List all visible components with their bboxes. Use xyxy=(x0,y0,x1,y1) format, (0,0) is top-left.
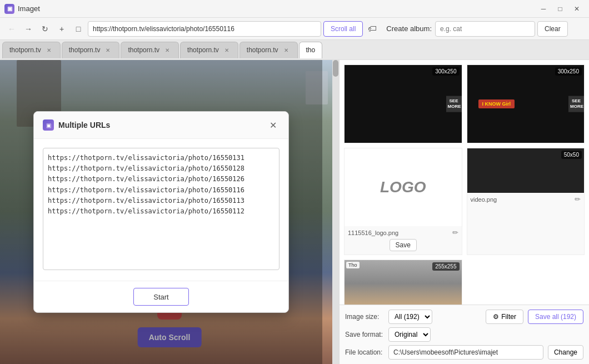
urls-textarea[interactable]: https://thotporn.tv/elissavictoria/photo… xyxy=(43,148,279,270)
image-thumb-2: 300x250 I KNOW Girl SEE MORE xyxy=(467,65,585,143)
tab-4-label: thotporn.tv xyxy=(187,46,219,54)
video-filename: video.png xyxy=(471,196,497,203)
logo-edit-icon[interactable]: ✏ xyxy=(452,228,458,237)
filter-icon: ⚙ xyxy=(493,313,499,321)
tab-5-label: thotporn.tv xyxy=(247,46,278,54)
modal-close-button[interactable]: ✕ xyxy=(266,118,279,132)
image-size-badge-100d: 255x255 xyxy=(432,262,459,271)
image-cell-logo: LOGO 1115516_logo.png ✏ Save xyxy=(344,148,462,255)
save-format-label: Save format: xyxy=(345,331,384,338)
format-select[interactable]: Original JPEG PNG WebP xyxy=(388,327,431,342)
app-title: Imaget xyxy=(18,4,40,13)
new-tab-button[interactable]: + xyxy=(54,22,69,36)
image-size-badge-1: 300x250 xyxy=(432,67,459,76)
file-location-label: File location: xyxy=(345,348,384,356)
tab-6-label: tho xyxy=(306,46,316,54)
modal-title: Multiple URLs xyxy=(58,121,110,129)
scroll-indicator xyxy=(332,60,339,364)
image-size-row: Image size: All (192) Large Medium Small… xyxy=(345,310,583,324)
minimize-button[interactable]: ─ xyxy=(536,3,551,15)
video-edit-icon[interactable]: ✏ xyxy=(575,195,581,203)
tab-3[interactable]: thotporn.tv ✕ xyxy=(121,42,179,58)
clear-button[interactable]: Clear xyxy=(537,21,568,37)
back-button[interactable]: ← xyxy=(4,22,19,36)
tho-label: Tho xyxy=(346,262,360,268)
change-button[interactable]: Change xyxy=(548,345,583,360)
save-all-button[interactable]: Save all (192) xyxy=(528,310,583,324)
image-cell-video: 50x50 video.png ✏ xyxy=(467,148,585,255)
image-size-badge-video: 50x50 xyxy=(561,151,582,159)
logo-save-button[interactable]: Save xyxy=(390,239,417,251)
image-footer-logo: 1115516_logo.png ✏ xyxy=(345,226,462,239)
tab-2-close[interactable]: ✕ xyxy=(103,46,112,54)
image-cell-2: 300x250 I KNOW Girl SEE MORE xyxy=(467,64,585,143)
maximize-button[interactable]: □ xyxy=(552,3,568,15)
browser-content: ⇧ Auto Scroll ▣ Multiple URLs ✕ https://… xyxy=(0,60,339,364)
image-size-select[interactable]: All (192) Large Medium Small xyxy=(388,310,432,324)
image-size-label: Image size: xyxy=(345,313,384,321)
tabs-bar: thotporn.tv ✕ thotporn.tv ✕ thotporn.tv … xyxy=(0,40,589,60)
file-location-input[interactable] xyxy=(388,345,543,360)
image-thumb-video: 50x50 xyxy=(467,148,585,193)
see-more-badge-2: SEE MORE xyxy=(568,96,584,112)
close-button[interactable]: ✕ xyxy=(569,3,585,15)
scroll-all-button[interactable]: Scroll all xyxy=(323,21,363,37)
modal-app-icon: ▣ xyxy=(43,119,54,131)
main-content: ⇧ Auto Scroll ▣ Multiple URLs ✕ https://… xyxy=(0,60,589,364)
title-bar-controls: ─ □ ✕ xyxy=(536,3,585,15)
start-button[interactable]: Start xyxy=(133,288,189,306)
title-bar: ▣ Imaget ─ □ ✕ xyxy=(0,0,589,18)
tab-4-close[interactable]: ✕ xyxy=(222,46,231,54)
bookmark-button[interactable]: 🏷 xyxy=(365,22,380,36)
image-cell-1: 300x250 SEE MORE xyxy=(344,64,462,143)
tab-1-label: thotporn.tv xyxy=(9,46,41,54)
album-input[interactable] xyxy=(435,21,535,37)
modal-overlay: ▣ Multiple URLs ✕ https://thotporn.tv/el… xyxy=(0,60,322,364)
filter-button[interactable]: ⚙ Filter xyxy=(486,310,523,324)
forward-button[interactable]: → xyxy=(21,22,36,36)
tab-3-close[interactable]: ✕ xyxy=(163,46,172,54)
image-thumb-100d: 255x255 Tho xyxy=(345,260,462,305)
modal-body: https://thotporn.tv/elissavictoria/photo… xyxy=(34,139,288,281)
address-bar[interactable] xyxy=(88,21,321,37)
create-album-label: Create album: xyxy=(386,24,432,33)
tab-5-close[interactable]: ✕ xyxy=(282,46,291,54)
image-thumb-logo: LOGO xyxy=(345,148,462,226)
image-thumb-1: 300x250 SEE MORE xyxy=(345,65,462,143)
logo-filename: 1115516_logo.png xyxy=(348,230,398,236)
bottom-toolbar: Image size: All (192) Large Medium Small… xyxy=(340,305,589,364)
tab-3-label: thotporn.tv xyxy=(128,46,159,54)
scroll-thumb xyxy=(333,60,338,77)
tab-4[interactable]: thotporn.tv ✕ xyxy=(180,42,238,58)
see-more-badge-1: SEE MORE xyxy=(446,96,462,112)
tab-6[interactable]: tho xyxy=(299,42,323,58)
create-album-section: Create album: xyxy=(386,21,535,37)
app-icon: ▣ xyxy=(4,4,14,14)
title-bar-left: ▣ Imaget xyxy=(4,4,40,14)
multiple-urls-modal: ▣ Multiple URLs ✕ https://thotporn.tv/el… xyxy=(33,111,289,313)
image-size-badge-2: 300x250 xyxy=(555,67,582,76)
save-format-row: Save format: Original JPEG PNG WebP xyxy=(345,327,583,342)
right-panel: 300x250 SEE MORE 300x250 I KNOW Girl SEE… xyxy=(339,60,589,364)
logo-placeholder: LOGO xyxy=(380,178,426,196)
image-cell-100d: 255x255 Tho 100d.webp ✏ xyxy=(344,260,462,305)
iknow-badge: I KNOW Girl xyxy=(478,99,515,108)
tab-1[interactable]: thotporn.tv ✕ xyxy=(2,42,61,58)
modal-header: ▣ Multiple URLs ✕ xyxy=(34,112,288,139)
modal-title-row: ▣ Multiple URLs xyxy=(43,119,110,131)
browser-toolbar: ← → ↻ + □ Scroll all 🏷 Create album: Cle… xyxy=(0,18,589,40)
image-footer-video: video.png ✏ xyxy=(467,193,585,206)
tab-2-label: thotporn.tv xyxy=(69,46,101,54)
image-grid: 300x250 SEE MORE 300x250 I KNOW Girl SEE… xyxy=(340,60,589,305)
tab-2[interactable]: thotporn.tv ✕ xyxy=(62,42,120,58)
file-location-row: File location: Change xyxy=(345,345,583,360)
modal-footer: Start xyxy=(34,281,288,312)
refresh-button[interactable]: ↻ xyxy=(38,22,52,36)
tab-5[interactable]: thotporn.tv ✕ xyxy=(239,42,298,58)
browser-mode-button[interactable]: □ xyxy=(71,22,86,36)
tab-1-close[interactable]: ✕ xyxy=(44,46,53,54)
filter-label: Filter xyxy=(501,313,516,321)
